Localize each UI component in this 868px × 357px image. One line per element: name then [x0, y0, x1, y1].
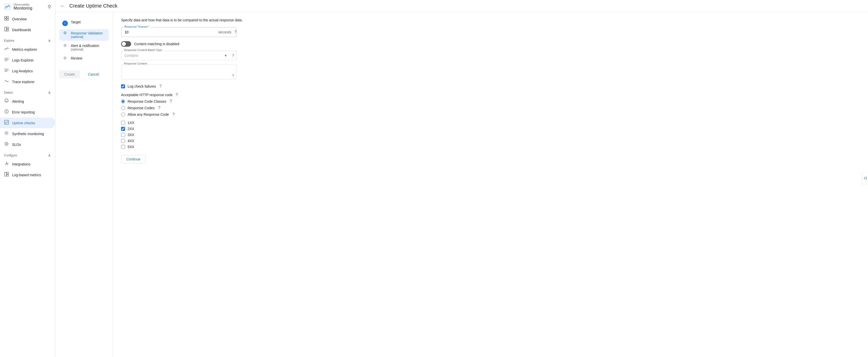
response-content-float-label: Response Content — [123, 62, 148, 65]
step-response-validation-circle — [64, 32, 66, 34]
svg-rect-23 — [7, 172, 8, 174]
log-check-failures-label: Log check failures — [128, 84, 156, 88]
3xx-checkbox[interactable] — [121, 133, 125, 137]
sidebar-item-synthetic-monitoring[interactable]: Synthetic monitoring — [0, 128, 55, 139]
error-reporting-label: Error reporting — [12, 110, 35, 114]
radio-allow-any: Allow any Response Code ? — [121, 112, 860, 117]
explore-toggle[interactable]: ∧ — [48, 38, 51, 43]
sidebar-item-error-reporting[interactable]: Error reporting — [0, 107, 55, 118]
timeout-float-label: Response Timeout * — [123, 25, 150, 28]
sidebar-item-metrics-explorer[interactable]: Metrics explorer — [0, 44, 55, 55]
1xx-checkbox[interactable] — [121, 121, 125, 125]
acceptable-http-help-icon[interactable]: ? — [176, 93, 178, 97]
5xx-checkbox[interactable] — [121, 145, 125, 149]
select-float-label: Response Content Match Type — [123, 48, 163, 52]
svg-rect-7 — [7, 29, 8, 31]
sidebar-item-trace-explorer[interactable]: Trace explorer — [0, 76, 55, 87]
steps-panel: ✓ Target Response Validation (optional) — [55, 12, 113, 357]
content-matching-toggle[interactable] — [121, 41, 131, 47]
log-check-failures-checkbox[interactable] — [121, 84, 125, 88]
1xx-row: 1XX — [121, 121, 860, 125]
create-button[interactable]: Create — [59, 70, 80, 78]
sidebar-item-logs-explorer[interactable]: Logs Explorer — [0, 55, 55, 66]
sidebar-item-alerting[interactable]: Alerting — [0, 96, 55, 107]
svg-point-16 — [6, 112, 7, 113]
step-alert-notification[interactable]: Alert & notification (optional) — [59, 42, 109, 53]
dashboards-label: Dashboards — [12, 28, 31, 32]
response-codes-label: Response Codes — [128, 106, 154, 110]
collapse-sidebar-button[interactable] — [862, 172, 868, 185]
5xx-label: 5XX — [128, 145, 134, 149]
configure-section: Configure ∧ — [0, 151, 55, 159]
step-target[interactable]: ✓ Target — [59, 18, 109, 28]
continue-button[interactable]: Continue — [121, 155, 146, 163]
3xx-label: 3XX — [128, 133, 134, 137]
monitoring-logo — [4, 3, 11, 10]
sidebar: Observability Monitoring ⚲ Overview Dash… — [0, 0, 55, 357]
response-timeout-field: Response Timeout * seconds ? — [121, 27, 860, 37]
response-code-classes-label: Response Code Classes — [128, 99, 166, 103]
response-codes-radio[interactable] — [121, 106, 125, 110]
response-code-classes-radio[interactable] — [121, 99, 125, 103]
4xx-checkbox[interactable] — [121, 139, 125, 143]
response-content-match-type-select[interactable]: Contains — [121, 51, 237, 60]
sidebar-item-uptime-checks[interactable]: Uptime checks — [0, 118, 55, 128]
cancel-button[interactable]: Cancel — [83, 70, 104, 78]
wizard-buttons: Create Cancel — [59, 70, 109, 78]
trace-explorer-label: Trace explorer — [12, 80, 35, 84]
step-response-validation[interactable]: Response Validation (optional) — [59, 29, 109, 41]
sidebar-item-integrations[interactable]: Integrations — [0, 159, 55, 169]
5xx-row: 5XX — [121, 145, 860, 149]
textarea-help-icon[interactable]: ? — [232, 73, 234, 77]
detect-toggle[interactable]: ∧ — [48, 90, 51, 95]
log-based-metrics-label: Log-based metrics — [12, 173, 41, 177]
response-content-textarea[interactable] — [121, 64, 237, 79]
overview-label: Overview — [12, 17, 27, 21]
allow-any-response-radio[interactable] — [121, 112, 125, 117]
timeout-input-row: seconds ? — [121, 27, 237, 37]
log-analytics-icon — [4, 68, 9, 74]
main-content: ← Create Uptime Check ✓ Target Response … — [55, 0, 868, 357]
response-timeout-input[interactable] — [122, 28, 216, 37]
allow-any-response-help[interactable]: ? — [172, 112, 175, 117]
integrations-icon — [4, 161, 9, 167]
response-timeout-wrapper: Response Timeout * seconds ? — [121, 27, 237, 37]
step-review[interactable]: Review — [59, 54, 109, 62]
slos-label: SLOs — [12, 142, 21, 147]
sidebar-header: Observability Monitoring ⚲ — [0, 0, 55, 13]
acceptable-http-title: Acceptable HTTP response code — [121, 93, 173, 97]
pin-icon[interactable]: ⚲ — [48, 4, 51, 9]
2xx-row: 2XX — [121, 127, 860, 131]
svg-rect-5 — [4, 27, 6, 31]
timeout-help-icon[interactable]: ? — [234, 30, 237, 34]
sidebar-item-dashboards[interactable]: Dashboards — [0, 24, 55, 35]
log-based-metrics-icon — [4, 172, 9, 178]
content-area: ✓ Target Response Validation (optional) — [55, 12, 868, 357]
4xx-label: 4XX — [128, 139, 134, 143]
svg-rect-6 — [7, 27, 8, 29]
configure-toggle[interactable]: ∧ — [48, 153, 51, 158]
sidebar-item-log-analytics[interactable]: Log Analytics — [0, 66, 55, 76]
allow-any-response-label: Allow any Response Code — [128, 112, 169, 117]
log-check-help-icon[interactable]: ? — [159, 84, 162, 89]
svg-rect-3 — [4, 19, 6, 20]
2xx-label: 2XX — [128, 127, 134, 131]
4xx-row: 4XX — [121, 139, 860, 143]
sidebar-item-log-based-metrics[interactable]: Log-based metrics — [0, 169, 55, 180]
textarea-wrapper: Response Content ? — [121, 64, 237, 80]
sidebar-item-overview[interactable]: Overview — [0, 13, 55, 24]
sidebar-title: Observability Monitoring — [13, 3, 32, 10]
response-codes-help[interactable]: ? — [158, 106, 160, 110]
integrations-label: Integrations — [12, 162, 30, 166]
error-reporting-icon — [4, 109, 9, 115]
uptime-checks-label: Uptime checks — [12, 121, 35, 125]
response-content-field: Response Content ? — [121, 64, 860, 80]
response-code-classes-help[interactable]: ? — [170, 99, 172, 104]
log-check-failures-row: Log check failures ? — [121, 84, 860, 89]
step-review-circle — [64, 57, 66, 59]
sidebar-item-slos[interactable]: SLOs — [0, 139, 55, 150]
2xx-checkbox[interactable] — [121, 127, 125, 131]
select-help-icon[interactable]: ? — [232, 54, 234, 58]
metrics-explorer-label: Metrics explorer — [12, 47, 37, 52]
back-button[interactable]: ← — [60, 3, 65, 9]
